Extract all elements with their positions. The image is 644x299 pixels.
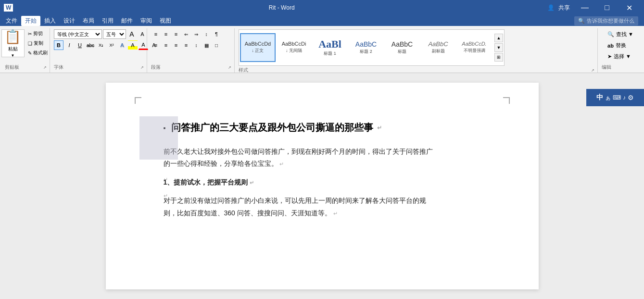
font-color-button[interactable]: A xyxy=(139,40,148,50)
font-grow-button[interactable]: A xyxy=(127,29,137,39)
select-label: 选择 ▼ xyxy=(614,53,631,60)
menu-item-view[interactable]: 视图 xyxy=(156,16,175,26)
document-title-paragraph[interactable]: ▪ 问答推广的三大要点及跟外包公司撕逼的那些事 ↵ xyxy=(164,121,500,134)
style-normal-label: ↓ 正文 xyxy=(252,48,264,54)
menu-item-mailings[interactable]: 邮件 xyxy=(117,16,137,26)
copy-button[interactable]: ❑ 复制 xyxy=(26,39,51,48)
select-button[interactable]: ➤ 选择 ▼ xyxy=(605,51,633,62)
style-normal[interactable]: AaBbCcDd ↓ 正文 xyxy=(240,33,276,62)
unordered-list-button[interactable]: ≡ xyxy=(151,29,161,39)
menu-item-layout[interactable]: 布局 xyxy=(79,16,98,26)
style-heading2[interactable]: AaBbC 标题 2 xyxy=(348,33,384,62)
select-icon: ➤ xyxy=(607,53,612,60)
italic-button[interactable]: I xyxy=(64,40,74,50)
styles-content: AaBbCcDd ↓ 正文 AaBbCcDi ↓ 无间隔 AaBl 标题 1 A… xyxy=(239,29,594,66)
paste-dropdown-icon[interactable]: ▼ xyxy=(11,53,15,58)
align-left-button[interactable]: ≡ xyxy=(151,40,161,50)
search-bar[interactable]: 🔍 告诉我你想要做什么 xyxy=(574,16,638,25)
format-painter-button[interactable]: ✎ 格式刷 xyxy=(26,49,51,57)
style-subtitle[interactable]: AaBbC 副标题 xyxy=(420,33,456,62)
close-button[interactable]: ✕ xyxy=(618,0,640,15)
body-paragraph-2b[interactable]: 则，比如百度知道、360 问答、搜搜问问、天涯知道等。 ↵ xyxy=(164,207,500,219)
menu-item-home[interactable]: 开始 xyxy=(21,16,40,26)
menu-item-insert[interactable]: 插入 xyxy=(40,16,60,26)
style-subtle-emphasis[interactable]: AaBbCcD. 不明显强调 xyxy=(456,33,492,62)
ime-hiragana-icon[interactable]: ぁ xyxy=(605,94,611,102)
ribbon: 📋 粘贴 ▼ ✂ 剪切 ❑ 复制 ✎ 格式刷 xyxy=(0,26,644,73)
line-spacing-button[interactable]: ↕ xyxy=(191,40,201,50)
styles-label: 样式 ↗ xyxy=(239,67,594,74)
find-label: 查找 ▼ xyxy=(616,31,633,38)
title-bar-left: W xyxy=(4,4,16,12)
bold-button[interactable]: B xyxy=(54,40,63,50)
border-button[interactable]: □ xyxy=(212,40,221,50)
editing-label: 编辑 xyxy=(602,64,639,71)
cut-button[interactable]: ✂ 剪切 xyxy=(26,29,51,38)
sort-button[interactable]: ↕ xyxy=(202,29,211,39)
style-heading1-label: 标题 1 xyxy=(324,50,336,57)
increase-indent-button[interactable]: ⇒ xyxy=(191,29,201,39)
format-painter-icon: ✎ xyxy=(28,50,32,56)
styles-expand[interactable]: ⊞ xyxy=(494,53,503,62)
style-heading2-preview: AaBbC xyxy=(355,41,377,48)
find-button[interactable]: 🔍 查找 ▼ xyxy=(605,29,636,39)
body-paragraph-1[interactable]: 前不久老大让我对接外包公司做问答推广，到现在刚好两个月的时间，得出了关于问答推广 xyxy=(164,146,500,158)
font-format-row: B I U abc X₂ X² A A A A xyxy=(54,40,159,50)
menu-item-references[interactable]: 引用 xyxy=(98,16,117,26)
text-effects-button[interactable]: A xyxy=(117,40,127,50)
minimize-button[interactable]: — xyxy=(574,0,596,15)
title-bar-title: Rit - Word xyxy=(16,4,547,11)
paragraph-group-label: 段落 xyxy=(151,64,161,71)
ribbon-paragraph-group: ≡ ≡ ≡ ⇐ ⇒ ↕ ¶ ≡ ≡ ≡ ≡ ↕ ▦ □ 段落 ↗ xyxy=(148,28,235,73)
paste-button[interactable]: 📋 粘贴 ▼ xyxy=(1,29,25,57)
menu-item-review[interactable]: 审阅 xyxy=(137,16,156,26)
replace-button[interactable]: ab 替换 xyxy=(605,40,629,50)
ordered-list-button[interactable]: ≡ xyxy=(161,29,171,39)
word-logo-icon: W xyxy=(4,4,13,12)
superscript-button[interactable]: X² xyxy=(107,40,116,50)
align-justify-button[interactable]: ≡ xyxy=(181,40,191,50)
body-paragraph-2[interactable]: 对于之前没有做过问答推广的小白来说，可以先用上一周的时间来了解各大问答平台的规 xyxy=(164,195,500,207)
font-name-select[interactable]: 等线 (中文正文 xyxy=(54,29,102,39)
ime-sound-icon[interactable]: ♪ xyxy=(623,94,626,101)
styles-scroll-down[interactable]: ▼ xyxy=(494,43,503,52)
style-heading1[interactable]: AaBl 标题 1 xyxy=(312,33,348,62)
ribbon-editing-group: 🔍 查找 ▼ ab 替换 ➤ 选择 ▼ 编辑 xyxy=(599,28,642,73)
styles-scroll-up[interactable]: ▲ xyxy=(494,34,503,42)
align-center-button[interactable]: ≡ xyxy=(161,40,171,50)
ribbon-clipboard-group: 📋 粘贴 ▼ ✂ 剪切 ❑ 复制 ✎ 格式刷 xyxy=(2,28,50,73)
show-marks-button[interactable]: ¶ xyxy=(212,29,221,39)
multilevel-list-button[interactable]: ≡ xyxy=(171,29,181,39)
ime-chinese-icon[interactable]: 中 xyxy=(596,93,603,102)
ime-settings-icon[interactable]: ⚙ xyxy=(628,94,634,101)
underline-button[interactable]: U xyxy=(75,40,85,50)
subscript-button[interactable]: X₂ xyxy=(96,40,106,50)
shading-button[interactable]: ▦ xyxy=(202,40,211,50)
maximize-button[interactable]: □ xyxy=(596,0,618,15)
menu-item-design[interactable]: 设计 xyxy=(60,16,79,26)
strikethrough-button[interactable]: abc xyxy=(86,40,95,50)
highlight-button[interactable]: A xyxy=(128,40,138,50)
share-button[interactable]: 共享 xyxy=(558,4,570,12)
align-right-button[interactable]: ≡ xyxy=(171,40,181,50)
body-text-2: 对于之前没有做过问答推广的小白来说，可以先用上一周的时间来了解各大问答平台的规 xyxy=(164,197,426,204)
paragraph-label: 段落 ↗ xyxy=(151,64,231,71)
body-paragraph-1b[interactable]: 的一些心得和经验，分享给各位宝宝。 ↵ xyxy=(164,158,500,170)
styles-gallery: AaBbCcDd ↓ 正文 AaBbCcDi ↓ 无间隔 AaBl 标题 1 A… xyxy=(239,29,505,66)
font-expand-icon[interactable]: ↗ xyxy=(140,65,144,70)
font-content: 等线 (中文正文 五号 A A B I U abc X₂ X² A A A A xyxy=(54,29,144,63)
font-size-select[interactable]: 五号 xyxy=(103,29,126,39)
document-main-title[interactable]: 问答推广的三大要点及跟外包公司撕逼的那些事 xyxy=(171,121,373,134)
ime-keyboard-icon[interactable]: ⌨ xyxy=(613,94,621,101)
style-subtitle-label: 副标题 xyxy=(432,48,445,54)
styles-expand-icon[interactable]: ↗ xyxy=(591,68,594,73)
find-icon: 🔍 xyxy=(607,31,614,37)
decrease-indent-button[interactable]: ⇐ xyxy=(181,29,191,39)
section-1-title[interactable]: 1、提前试水，把握平台规则 ↵ xyxy=(164,178,500,187)
clipboard-expand-icon[interactable]: ↗ xyxy=(43,65,47,70)
style-title[interactable]: AaBbC 标题 xyxy=(384,33,420,62)
paragraph-expand-icon[interactable]: ↗ xyxy=(228,65,231,70)
font-shrink-button[interactable]: A xyxy=(138,29,147,39)
menu-item-file[interactable]: 文件 xyxy=(2,16,21,26)
style-no-spacing[interactable]: AaBbCcDi ↓ 无间隔 xyxy=(276,33,312,62)
